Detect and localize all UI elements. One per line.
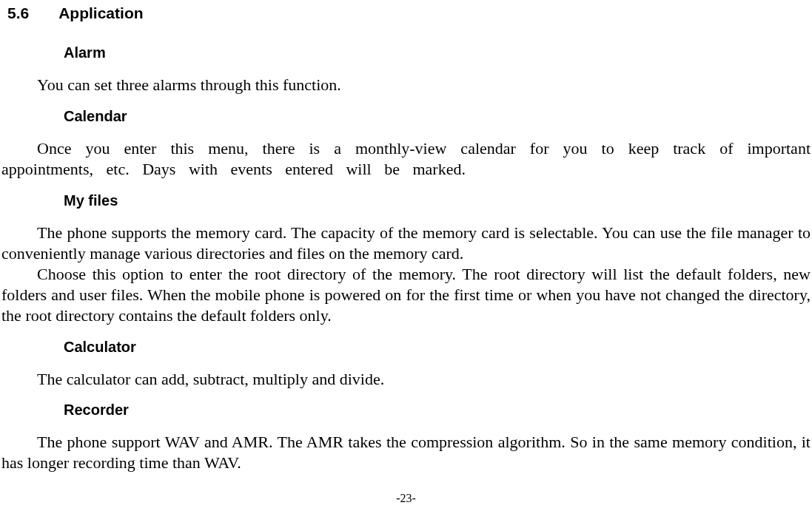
document-content: 5.6 Application Alarm You can set three … xyxy=(0,0,812,473)
page-number: -23- xyxy=(0,492,812,505)
section-number: 5.6 xyxy=(7,4,29,22)
subsection-recorder-text: The phone support WAV and AMR. The AMR t… xyxy=(0,432,812,473)
section-header: 5.6 Application xyxy=(0,4,812,22)
subsection-recorder-heading: Recorder xyxy=(64,402,812,419)
section-title: Application xyxy=(58,4,143,22)
subsection-calculator-heading: Calculator xyxy=(64,339,812,356)
subsection-calendar-heading: Calendar xyxy=(64,108,812,125)
subsection-myfiles-text2: Choose this option to enter the root dir… xyxy=(0,264,812,326)
subsection-alarm-text: You can set three alarms through this fu… xyxy=(0,75,812,95)
subsection-alarm-heading: Alarm xyxy=(64,44,812,61)
subsection-calendar-text: Once you enter this menu, there is a mon… xyxy=(0,138,812,180)
subsection-myfiles-text1: The phone supports the memory card. The … xyxy=(0,223,812,264)
subsection-myfiles-heading: My files xyxy=(64,192,812,209)
subsection-calculator-text: The calculator can add, subtract, multip… xyxy=(0,369,812,390)
